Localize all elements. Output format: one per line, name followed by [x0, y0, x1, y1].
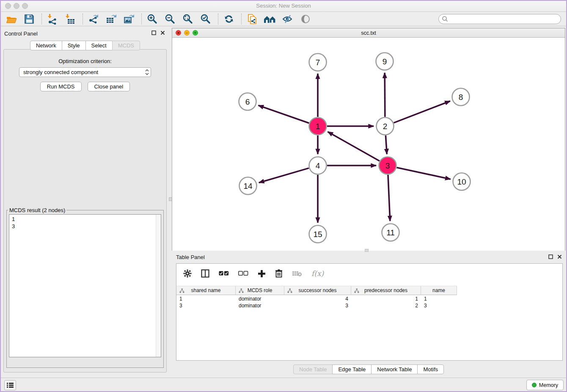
graph-node-11[interactable]: 11: [382, 224, 399, 241]
run-mcds-button[interactable]: Run MCDS: [40, 82, 82, 91]
memory-label: Memory: [539, 382, 558, 388]
graph-node-3[interactable]: 3: [379, 157, 396, 174]
toolbar-separator: [141, 14, 142, 25]
graph-node-2[interactable]: 2: [377, 118, 394, 135]
tab-node-table[interactable]: Node Table: [293, 364, 333, 374]
network-graph-canvas[interactable]: 7968124314101511: [172, 38, 565, 251]
close-panel-button[interactable]: Close panel: [88, 82, 130, 91]
zoom-in-icon[interactable]: [146, 13, 159, 25]
select-all-icon[interactable]: [219, 271, 229, 276]
zoom-out-icon[interactable]: [164, 13, 176, 25]
graph-node-6[interactable]: 6: [239, 93, 256, 110]
memory-button[interactable]: Memory: [526, 380, 564, 390]
graph-node-7[interactable]: 7: [309, 54, 327, 71]
save-session-icon[interactable]: [23, 13, 36, 25]
table-cell[interactable]: 1: [421, 295, 457, 302]
network-view-window: ✕ − + scc.txt 7968124314101511: [172, 28, 565, 251]
edge-3-1[interactable]: [328, 132, 380, 161]
export-table-icon[interactable]: [105, 13, 118, 25]
table-split-view-icon[interactable]: [201, 269, 209, 278]
mcds-result-values: 13: [9, 215, 161, 231]
delete-column-icon[interactable]: [275, 269, 283, 278]
graph-node-10[interactable]: 10: [453, 173, 471, 190]
export-image-icon[interactable]: [123, 13, 135, 25]
hide-panel-eye-icon[interactable]: [281, 13, 294, 25]
result-scrollbar[interactable]: [156, 215, 161, 357]
tab-mcds[interactable]: MCDS: [112, 41, 140, 50]
table-settings-icon[interactable]: [183, 269, 192, 278]
network-window-titlebar[interactable]: ✕ − + scc.txt: [172, 28, 565, 38]
task-history-button[interactable]: [4, 380, 16, 390]
edge-2-9[interactable]: [385, 73, 385, 117]
edge-3-10[interactable]: [396, 168, 450, 179]
close-table-panel-icon[interactable]: [557, 254, 562, 259]
table-cell[interactable]: 3: [284, 302, 351, 309]
optimization-criterion-value: strongly connected component: [23, 69, 145, 75]
float-table-panel-icon[interactable]: [548, 254, 553, 259]
column-header-predecessor-nodes[interactable]: predecessor nodes: [351, 286, 421, 295]
delete-table-icon[interactable]: [292, 270, 302, 277]
optimization-criterion-select[interactable]: strongly connected component: [19, 67, 151, 77]
import-network-icon[interactable]: [46, 13, 59, 25]
edge-2-3[interactable]: [385, 135, 387, 154]
table-cell[interactable]: 4: [284, 295, 351, 302]
edge-3-11[interactable]: [388, 175, 390, 221]
svg-text:8: 8: [459, 93, 463, 102]
home-icon[interactable]: [264, 13, 276, 25]
open-session-icon[interactable]: [5, 13, 18, 25]
function-builder-icon[interactable]: f(x): [311, 269, 324, 278]
tab-motifs[interactable]: Motifs: [417, 364, 444, 374]
graph-node-8[interactable]: 8: [452, 88, 470, 106]
mcds-result-textarea[interactable]: 13: [9, 214, 161, 357]
application-window: Session: New Session: [0, 0, 567, 392]
export-network-icon[interactable]: [87, 13, 100, 25]
table-row[interactable]: 3dominator323: [176, 302, 562, 309]
column-header-MCDS-role[interactable]: MCDS role: [236, 286, 284, 295]
edge-1-6[interactable]: [258, 105, 309, 123]
visibility-icon[interactable]: [299, 13, 312, 25]
add-column-icon[interactable]: [258, 270, 266, 278]
clone-network-icon[interactable]: [246, 13, 259, 25]
table-cell[interactable]: dominator: [236, 302, 284, 309]
table-row[interactable]: 1dominator411: [176, 295, 562, 302]
apply-layout-icon[interactable]: [223, 13, 235, 25]
tab-edge-table[interactable]: Edge Table: [332, 364, 372, 374]
column-header-shared-name[interactable]: shared name: [176, 286, 236, 295]
search-input[interactable]: [449, 15, 561, 23]
graph-node-9[interactable]: 9: [376, 53, 394, 70]
zoom-fit-icon[interactable]: [182, 13, 194, 25]
search-icon: [442, 16, 449, 22]
search-box[interactable]: [438, 14, 561, 24]
tab-select[interactable]: Select: [85, 41, 113, 50]
float-panel-icon[interactable]: [151, 30, 156, 35]
table-cell[interactable]: 3: [176, 302, 236, 309]
attribute-tree-icon: [287, 288, 292, 293]
table-cell[interactable]: 1: [176, 295, 236, 302]
table-panel: Table Panel: [172, 252, 565, 376]
column-header-successor-nodes[interactable]: successor nodes: [284, 286, 351, 295]
graph-node-15[interactable]: 15: [309, 226, 327, 243]
network-resize-handle[interactable]: [365, 249, 369, 252]
column-header-label: name: [432, 287, 445, 293]
table-cell[interactable]: dominator: [236, 295, 284, 302]
control-panel: Control Panel NetworkStyleSelectMCDS Opt…: [0, 26, 170, 373]
zoom-selected-icon[interactable]: [199, 13, 212, 25]
column-header-name[interactable]: name: [421, 286, 457, 295]
tab-style[interactable]: Style: [62, 41, 86, 50]
table-cell[interactable]: 1: [351, 295, 421, 302]
main-toolbar: [0, 12, 567, 26]
import-table-icon[interactable]: [64, 13, 77, 25]
list-icon: [7, 382, 14, 388]
mcds-result-line: 3: [12, 223, 158, 230]
edge-4-14[interactable]: [259, 168, 309, 182]
graph-node-4[interactable]: 4: [309, 157, 327, 174]
tab-network-table[interactable]: Network Table: [371, 364, 418, 374]
deselect-all-icon[interactable]: [238, 271, 248, 276]
tab-network[interactable]: Network: [30, 41, 62, 50]
close-panel-icon[interactable]: [160, 30, 165, 35]
table-cell[interactable]: 2: [351, 302, 421, 309]
edge-2-8[interactable]: [394, 101, 450, 123]
graph-node-1[interactable]: 1: [309, 118, 327, 135]
table-cell[interactable]: 3: [421, 302, 457, 309]
graph-node-14[interactable]: 14: [239, 177, 257, 195]
